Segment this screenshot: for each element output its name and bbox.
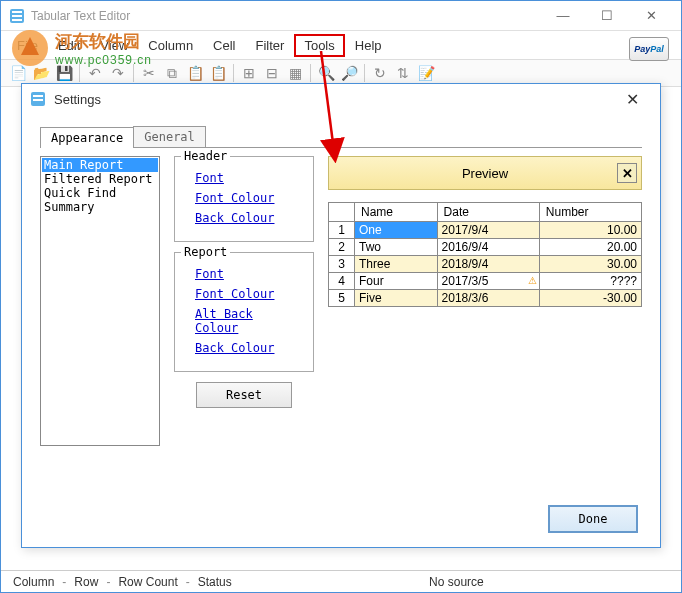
report-group-title: Report	[181, 245, 230, 259]
col-name[interactable]: Name	[355, 203, 438, 222]
dialog-close-button[interactable]: ✕	[612, 90, 652, 109]
status-row-label: Row	[68, 575, 104, 589]
menubar: File Edit View Column Cell Filter Tools …	[1, 31, 681, 59]
report-groupbox: Report Font Font Colour Alt Back Colour …	[174, 252, 314, 372]
report-fontcolour-link[interactable]: Font Colour	[195, 287, 303, 301]
statusbar: Column - Row - Row Count - Status No sou…	[1, 570, 681, 592]
sort-icon[interactable]: ⇅	[392, 62, 414, 84]
dialog-titlebar: Settings ✕	[22, 84, 660, 114]
tabs: Appearance General	[40, 126, 642, 148]
done-button[interactable]: Done	[548, 505, 638, 533]
report-altbackcolour-link[interactable]: Alt Back Colour	[195, 307, 303, 335]
menu-cell[interactable]: Cell	[203, 34, 245, 57]
zoomin-icon[interactable]: 🔎	[338, 62, 360, 84]
list-item[interactable]: Main Report	[42, 158, 158, 172]
preview-area: Preview ✕ Name Date Number 1 One	[328, 156, 642, 446]
reset-button[interactable]: Reset	[196, 382, 292, 408]
report-listbox[interactable]: Main Report Filtered Report Quick Find S…	[40, 156, 160, 446]
sep	[133, 64, 134, 82]
sep	[233, 64, 234, 82]
header-font-link[interactable]: Font	[195, 171, 303, 185]
list-item[interactable]: Filtered Report	[42, 172, 158, 186]
header-groupbox: Header Font Font Colour Back Colour	[174, 156, 314, 242]
menu-help[interactable]: Help	[345, 34, 392, 57]
header-backcolour-link[interactable]: Back Colour	[195, 211, 303, 225]
svg-rect-3	[12, 19, 22, 21]
status-source: No source	[238, 575, 675, 589]
maximize-button[interactable]: ☐	[585, 2, 629, 30]
table-row[interactable]: 3 Three 2018/9/4 30.00	[329, 256, 642, 273]
sep	[310, 64, 311, 82]
zoomout-icon[interactable]: 🔍	[315, 62, 337, 84]
tab-appearance[interactable]: Appearance	[40, 127, 134, 148]
col-number[interactable]: Number	[539, 203, 641, 222]
paste-icon[interactable]: 📋	[184, 62, 206, 84]
dialog-title: Settings	[54, 92, 612, 107]
status-column-label: Column	[7, 575, 60, 589]
menu-file[interactable]: File	[7, 34, 48, 57]
script-icon[interactable]: 📝	[415, 62, 437, 84]
copy-icon[interactable]: ⧉	[161, 62, 183, 84]
svg-rect-1	[12, 11, 22, 13]
settings-icon	[30, 91, 46, 107]
status-rowcount-label: Row Count	[112, 575, 183, 589]
refresh-icon[interactable]: ↻	[369, 62, 391, 84]
preview-header: Preview ✕	[328, 156, 642, 190]
minimize-button[interactable]: —	[541, 2, 585, 30]
rowdel-icon[interactable]: ⊟	[261, 62, 283, 84]
sep	[364, 64, 365, 82]
report-backcolour-link[interactable]: Back Colour	[195, 341, 303, 355]
rowins-icon[interactable]: ⊞	[238, 62, 260, 84]
report-font-link[interactable]: Font	[195, 267, 303, 281]
list-item[interactable]: Quick Find	[42, 186, 158, 200]
app-icon	[9, 8, 25, 24]
titlebar: Tabular Text Editor — ☐ ✕	[1, 1, 681, 31]
menu-filter[interactable]: Filter	[246, 34, 295, 57]
new-icon[interactable]: 📄	[7, 62, 29, 84]
table-row[interactable]: 1 One 2017/9/4 10.00	[329, 222, 642, 239]
list-item[interactable]: Summary	[42, 200, 158, 214]
cut-icon[interactable]: ✂	[138, 62, 160, 84]
colins-icon[interactable]: ▦	[284, 62, 306, 84]
col-rownum[interactable]	[329, 203, 355, 222]
preview-table: Name Date Number 1 One 2017/9/4 10.00 2	[328, 202, 642, 307]
svg-rect-8	[33, 99, 43, 101]
table-row[interactable]: 4 Four 2017/3/5⚠ ????	[329, 273, 642, 290]
paypal-button[interactable]: PayPal	[629, 37, 669, 61]
table-row[interactable]: 5 Five 2018/3/6 -30.00	[329, 290, 642, 307]
undo-icon[interactable]: ↶	[84, 62, 106, 84]
preview-close-button[interactable]: ✕	[617, 163, 637, 183]
menu-tools[interactable]: Tools	[294, 34, 344, 57]
table-row[interactable]: 2 Two 2016/9/4 20.00	[329, 239, 642, 256]
col-date[interactable]: Date	[437, 203, 539, 222]
svg-rect-2	[12, 15, 22, 17]
open-icon[interactable]: 📂	[30, 62, 52, 84]
close-button[interactable]: ✕	[629, 2, 673, 30]
paste2-icon[interactable]: 📋	[207, 62, 229, 84]
preview-label: Preview	[462, 166, 508, 181]
redo-icon[interactable]: ↷	[107, 62, 129, 84]
warning-icon: ⚠	[528, 275, 537, 286]
save-icon[interactable]: 💾	[53, 62, 75, 84]
header-group-title: Header	[181, 149, 230, 163]
menu-column[interactable]: Column	[138, 34, 203, 57]
status-status-label: Status	[192, 575, 238, 589]
window-title: Tabular Text Editor	[31, 9, 541, 23]
svg-rect-7	[33, 95, 43, 97]
menu-edit[interactable]: Edit	[48, 34, 90, 57]
settings-dialog: Settings ✕ Appearance General Main Repor…	[21, 83, 661, 548]
tab-general[interactable]: General	[133, 126, 206, 147]
header-fontcolour-link[interactable]: Font Colour	[195, 191, 303, 205]
menu-view[interactable]: View	[90, 34, 138, 57]
main-window: Tabular Text Editor — ☐ ✕ File Edit View…	[0, 0, 682, 593]
sep	[79, 64, 80, 82]
